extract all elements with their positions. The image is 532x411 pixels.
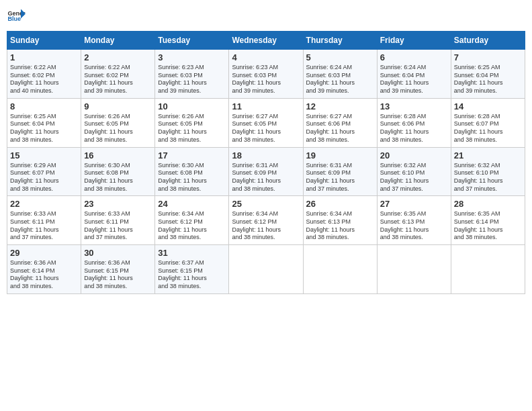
calendar-cell — [229, 245, 303, 294]
day-info: Sunrise: 6:28 AM Sunset: 6:07 PM Dayligh… — [454, 113, 522, 144]
calendar-cell: 26Sunrise: 6:34 AM Sunset: 6:13 PM Dayli… — [303, 196, 377, 245]
calendar-cell: 1Sunrise: 6:22 AM Sunset: 6:02 PM Daylig… — [7, 50, 81, 99]
day-number: 12 — [306, 101, 374, 111]
calendar-cell: 21Sunrise: 6:32 AM Sunset: 6:10 PM Dayli… — [451, 147, 525, 196]
day-number: 27 — [380, 199, 448, 209]
calendar-cell: 31Sunrise: 6:37 AM Sunset: 6:15 PM Dayli… — [155, 245, 229, 294]
day-number: 2 — [84, 52, 152, 62]
day-number: 3 — [158, 52, 226, 62]
day-info: Sunrise: 6:23 AM Sunset: 6:03 PM Dayligh… — [158, 64, 226, 95]
day-number: 20 — [380, 150, 448, 161]
calendar-cell: 3Sunrise: 6:23 AM Sunset: 6:03 PM Daylig… — [155, 50, 229, 99]
day-number: 28 — [454, 199, 522, 209]
calendar-cell: 2Sunrise: 6:22 AM Sunset: 6:02 PM Daylig… — [81, 50, 155, 99]
day-info: Sunrise: 6:31 AM Sunset: 6:09 PM Dayligh… — [232, 162, 300, 193]
logo-icon: General Blue — [7, 7, 26, 26]
day-number: 31 — [158, 248, 226, 258]
calendar-cell: 29Sunrise: 6:36 AM Sunset: 6:14 PM Dayli… — [7, 245, 81, 294]
day-info: Sunrise: 6:23 AM Sunset: 6:03 PM Dayligh… — [232, 64, 300, 95]
day-info: Sunrise: 6:24 AM Sunset: 6:03 PM Dayligh… — [306, 64, 374, 95]
day-number: 26 — [306, 199, 374, 209]
day-info: Sunrise: 6:35 AM Sunset: 6:13 PM Dayligh… — [380, 210, 448, 242]
day-info: Sunrise: 6:24 AM Sunset: 6:04 PM Dayligh… — [380, 64, 448, 95]
day-header-wednesday: Wednesday — [229, 32, 303, 50]
day-number: 11 — [232, 101, 300, 111]
day-number: 15 — [10, 150, 78, 161]
calendar-cell — [377, 245, 451, 294]
day-number: 21 — [454, 150, 522, 161]
day-number: 25 — [232, 199, 300, 209]
calendar-cell: 8Sunrise: 6:25 AM Sunset: 6:04 PM Daylig… — [7, 98, 81, 147]
day-header-tuesday: Tuesday — [155, 32, 229, 50]
calendar-cell: 20Sunrise: 6:32 AM Sunset: 6:10 PM Dayli… — [377, 147, 451, 196]
day-number: 22 — [10, 199, 78, 209]
day-number: 9 — [84, 101, 152, 111]
calendar-cell: 12Sunrise: 6:27 AM Sunset: 6:06 PM Dayli… — [303, 98, 377, 147]
day-number: 5 — [306, 52, 374, 62]
day-info: Sunrise: 6:33 AM Sunset: 6:11 PM Dayligh… — [10, 210, 78, 242]
day-number: 16 — [84, 150, 152, 161]
calendar-cell: 25Sunrise: 6:34 AM Sunset: 6:12 PM Dayli… — [229, 196, 303, 245]
calendar-cell: 16Sunrise: 6:30 AM Sunset: 6:08 PM Dayli… — [81, 147, 155, 196]
calendar-week-5: 29Sunrise: 6:36 AM Sunset: 6:14 PM Dayli… — [7, 245, 525, 294]
day-number: 7 — [454, 52, 522, 62]
day-info: Sunrise: 6:27 AM Sunset: 6:06 PM Dayligh… — [306, 113, 374, 144]
day-info: Sunrise: 6:36 AM Sunset: 6:14 PM Dayligh… — [10, 259, 78, 291]
calendar-cell: 5Sunrise: 6:24 AM Sunset: 6:03 PM Daylig… — [303, 50, 377, 99]
calendar-cell: 4Sunrise: 6:23 AM Sunset: 6:03 PM Daylig… — [229, 50, 303, 99]
calendar-week-4: 22Sunrise: 6:33 AM Sunset: 6:11 PM Dayli… — [7, 196, 525, 245]
calendar-cell: 28Sunrise: 6:35 AM Sunset: 6:14 PM Dayli… — [451, 196, 525, 245]
svg-text:Blue: Blue — [7, 15, 21, 22]
calendar-cell: 22Sunrise: 6:33 AM Sunset: 6:11 PM Dayli… — [7, 196, 81, 245]
day-info: Sunrise: 6:36 AM Sunset: 6:15 PM Dayligh… — [84, 259, 152, 291]
day-number: 18 — [232, 150, 300, 161]
header: General Blue — [7, 7, 525, 26]
calendar-cell: 11Sunrise: 6:27 AM Sunset: 6:05 PM Dayli… — [229, 98, 303, 147]
calendar-cell: 27Sunrise: 6:35 AM Sunset: 6:13 PM Dayli… — [377, 196, 451, 245]
calendar-cell: 13Sunrise: 6:28 AM Sunset: 6:06 PM Dayli… — [377, 98, 451, 147]
day-header-monday: Monday — [81, 32, 155, 50]
day-info: Sunrise: 6:32 AM Sunset: 6:10 PM Dayligh… — [380, 162, 448, 193]
calendar-cell: 30Sunrise: 6:36 AM Sunset: 6:15 PM Dayli… — [81, 245, 155, 294]
day-info: Sunrise: 6:22 AM Sunset: 6:02 PM Dayligh… — [10, 64, 78, 95]
day-info: Sunrise: 6:37 AM Sunset: 6:15 PM Dayligh… — [158, 259, 226, 291]
calendar-cell: 14Sunrise: 6:28 AM Sunset: 6:07 PM Dayli… — [451, 98, 525, 147]
day-info: Sunrise: 6:32 AM Sunset: 6:10 PM Dayligh… — [454, 162, 522, 193]
day-info: Sunrise: 6:25 AM Sunset: 6:04 PM Dayligh… — [10, 113, 78, 144]
day-info: Sunrise: 6:22 AM Sunset: 6:02 PM Dayligh… — [84, 64, 152, 95]
calendar-week-1: 1Sunrise: 6:22 AM Sunset: 6:02 PM Daylig… — [7, 50, 525, 99]
day-number: 30 — [84, 248, 152, 258]
logo: General Blue — [7, 7, 26, 26]
calendar-week-2: 8Sunrise: 6:25 AM Sunset: 6:04 PM Daylig… — [7, 98, 525, 147]
day-info: Sunrise: 6:34 AM Sunset: 6:13 PM Dayligh… — [306, 210, 374, 242]
day-number: 1 — [10, 52, 78, 62]
day-info: Sunrise: 6:34 AM Sunset: 6:12 PM Dayligh… — [232, 210, 300, 242]
day-number: 23 — [84, 199, 152, 209]
day-info: Sunrise: 6:30 AM Sunset: 6:08 PM Dayligh… — [84, 162, 152, 193]
calendar-cell: 15Sunrise: 6:29 AM Sunset: 6:07 PM Dayli… — [7, 147, 81, 196]
day-number: 19 — [306, 150, 374, 161]
calendar-cell: 24Sunrise: 6:34 AM Sunset: 6:12 PM Dayli… — [155, 196, 229, 245]
day-info: Sunrise: 6:33 AM Sunset: 6:11 PM Dayligh… — [84, 210, 152, 242]
header-row: SundayMondayTuesdayWednesdayThursdayFrid… — [7, 32, 525, 50]
day-header-friday: Friday — [377, 32, 451, 50]
calendar-table: SundayMondayTuesdayWednesdayThursdayFrid… — [7, 31, 525, 294]
day-info: Sunrise: 6:29 AM Sunset: 6:07 PM Dayligh… — [10, 162, 78, 193]
calendar-cell: 9Sunrise: 6:26 AM Sunset: 6:05 PM Daylig… — [81, 98, 155, 147]
day-header-thursday: Thursday — [303, 32, 377, 50]
calendar-cell: 6Sunrise: 6:24 AM Sunset: 6:04 PM Daylig… — [377, 50, 451, 99]
calendar-cell: 17Sunrise: 6:30 AM Sunset: 6:08 PM Dayli… — [155, 147, 229, 196]
day-info: Sunrise: 6:30 AM Sunset: 6:08 PM Dayligh… — [158, 162, 226, 193]
day-number: 10 — [158, 101, 226, 111]
day-number: 8 — [10, 101, 78, 111]
calendar-cell — [451, 245, 525, 294]
calendar-cell: 7Sunrise: 6:25 AM Sunset: 6:04 PM Daylig… — [451, 50, 525, 99]
day-info: Sunrise: 6:26 AM Sunset: 6:05 PM Dayligh… — [84, 113, 152, 144]
day-info: Sunrise: 6:28 AM Sunset: 6:06 PM Dayligh… — [380, 113, 448, 144]
day-info: Sunrise: 6:26 AM Sunset: 6:05 PM Dayligh… — [158, 113, 226, 144]
day-number: 14 — [454, 101, 522, 111]
day-number: 29 — [10, 248, 78, 258]
day-info: Sunrise: 6:27 AM Sunset: 6:05 PM Dayligh… — [232, 113, 300, 144]
calendar-cell — [303, 245, 377, 294]
calendar-cell: 10Sunrise: 6:26 AM Sunset: 6:05 PM Dayli… — [155, 98, 229, 147]
